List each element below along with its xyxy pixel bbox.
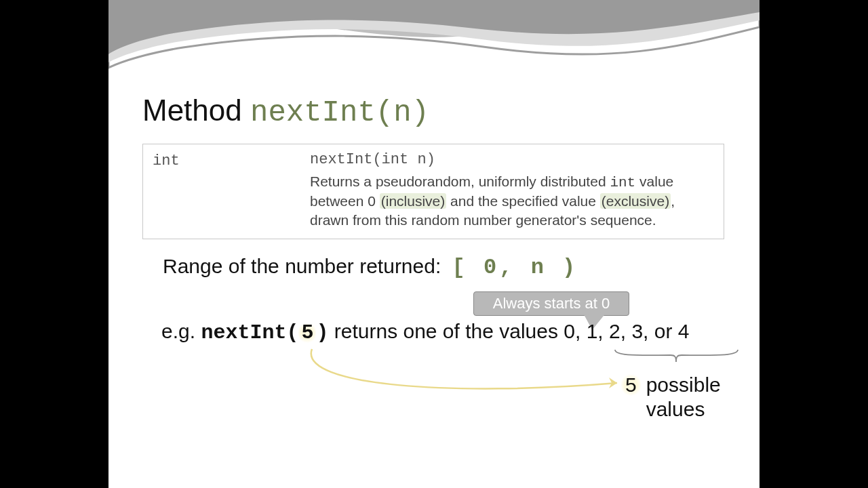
- range-interval: [ 0, n ): [452, 255, 578, 280]
- title-method: nextInt(n): [250, 96, 429, 129]
- brace-icon: [614, 347, 739, 367]
- example-suffix: returns one of the values 0, 1, 2, 3, or…: [328, 320, 689, 342]
- slide: Method nextInt(n) int nextInt(int n) Ret…: [108, 0, 760, 488]
- doc-return-type: int: [153, 151, 310, 169]
- doc-text: Returns a pseudorandom, uniformly distri…: [310, 174, 610, 189]
- curve-arrow: [305, 346, 631, 407]
- example-call-open: nextInt(: [201, 321, 298, 344]
- doc-exclusive-highlight: (exclusive): [600, 193, 671, 209]
- example-call: nextInt(5): [201, 321, 328, 344]
- callout: Always starts at 0: [473, 291, 629, 316]
- range-line: Range of the number returned: [ 0, n ): [163, 255, 578, 280]
- example-arg-highlight: 5: [298, 321, 316, 344]
- possible-label1: possible: [646, 373, 721, 396]
- possible-label2: values: [646, 398, 705, 420]
- doc-box: int nextInt(int n) Returns a pseudorando…: [142, 144, 724, 239]
- doc-description: Returns a pseudorandom, uniformly distri…: [310, 172, 714, 229]
- possible-values: 5possible 5values: [621, 373, 721, 422]
- doc-int-type: int: [610, 175, 635, 190]
- slide-title: Method nextInt(n): [142, 94, 429, 129]
- doc-signature: nextInt(int n): [310, 151, 714, 168]
- example-call-close: ): [316, 321, 328, 344]
- possible-count-highlight: 5: [621, 373, 641, 397]
- doc-inclusive-highlight: (inclusive): [380, 193, 447, 209]
- example-prefix: e.g.: [161, 320, 201, 342]
- range-label: Range of the number returned:: [163, 255, 441, 277]
- title-prefix: Method: [142, 94, 250, 127]
- doc-text: and the specified value: [446, 193, 600, 209]
- example-line: e.g. nextInt(5) returns one of the value…: [161, 320, 689, 344]
